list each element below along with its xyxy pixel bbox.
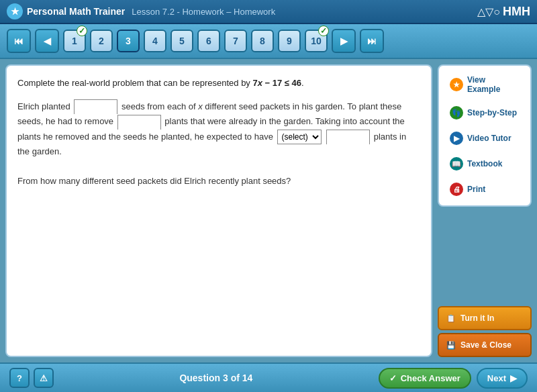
- check-icon: ✓: [389, 373, 397, 383]
- turn-it-in-label: Turn it In: [460, 313, 494, 323]
- comparison-select[interactable]: (select) ≤ ≥ at most at least: [277, 130, 322, 144]
- textbook-icon: 📖: [450, 157, 463, 170]
- turn-it-in-icon: 📋: [446, 313, 456, 324]
- view-example-label: View Example: [467, 75, 520, 94]
- body-text-1: Elrich planted: [17, 101, 72, 111]
- remove-input-wrapper[interactable]: [117, 115, 161, 130]
- main-content: Complete the real-world problem that can…: [0, 59, 537, 362]
- seeds-input[interactable]: [75, 101, 117, 114]
- next-label: Next: [487, 373, 506, 383]
- help-buttons: ? ⚠: [9, 368, 54, 388]
- navigation-bar: ⏮ ◀ 1 2 3 4 5 6 7 8 9 10 ▶ ⏭: [0, 24, 537, 59]
- rewind-button[interactable]: ⏮: [7, 29, 31, 53]
- textbook-label: Textbook: [467, 159, 502, 168]
- question-panel: Complete the real-world problem that can…: [5, 64, 432, 357]
- bottom-right-buttons: ✓ Check Answer Next ▶: [379, 368, 528, 389]
- question-instruction: Complete the real-world problem that can…: [17, 77, 420, 90]
- textbook-button[interactable]: 📖 Textbook: [444, 153, 525, 175]
- question-btn-8[interactable]: 8: [251, 30, 274, 52]
- bottom-bar: ? ⚠ Question 3 of 14 ✓ Check Answer Next…: [0, 362, 537, 392]
- sidebar-actions: 📋 Turn it In 💾 Save & Close: [438, 306, 532, 357]
- question-btn-6[interactable]: 6: [197, 30, 220, 52]
- save-close-icon: 💾: [446, 340, 456, 350]
- question-btn-1[interactable]: 1: [63, 30, 86, 52]
- app-title: Personal Math Trainer: [27, 6, 125, 17]
- step-by-step-label: Step-by-Step: [467, 108, 517, 117]
- question-btn-4[interactable]: 4: [144, 30, 166, 52]
- save-close-button[interactable]: 💾 Save & Close: [438, 333, 532, 357]
- print-label: Print: [467, 185, 485, 194]
- expected-input[interactable]: [327, 131, 369, 144]
- step-by-step-icon: 👣: [450, 106, 463, 119]
- question-mark-button[interactable]: ?: [9, 368, 30, 388]
- hmh-text: HMH: [503, 5, 530, 19]
- turn-it-in-button[interactable]: 📋 Turn it In: [438, 306, 532, 330]
- question-btn-7[interactable]: 7: [224, 30, 247, 52]
- hmh-branding: △▽○ HMH: [477, 5, 530, 19]
- lesson-title: Lesson 7.2 - Homework – Homework: [132, 7, 275, 17]
- select-wrapper[interactable]: (select) ≤ ≥ at most at least: [277, 130, 322, 144]
- forward-button[interactable]: ▶: [332, 29, 356, 53]
- warning-button[interactable]: ⚠: [34, 368, 54, 388]
- logo-icon: ★: [7, 3, 23, 19]
- remove-input[interactable]: [118, 116, 160, 130]
- header: ★ Personal Math Trainer Lesson 7.2 - Hom…: [0, 0, 537, 24]
- next-button[interactable]: Next ▶: [477, 368, 528, 389]
- print-icon: 🖨: [450, 183, 463, 196]
- video-tutor-button[interactable]: ▶ Video Tutor: [444, 128, 525, 149]
- question-btn-9[interactable]: 9: [278, 30, 301, 52]
- save-close-label: Save & Close: [460, 340, 511, 350]
- tools-panel: ★ View Example 👣 Step-by-Step ▶ Video Tu…: [438, 64, 532, 207]
- question-btn-2[interactable]: 2: [90, 30, 113, 52]
- back-button[interactable]: ◀: [35, 29, 59, 53]
- view-example-icon: ★: [450, 78, 463, 91]
- step-by-step-button[interactable]: 👣 Step-by-Step: [444, 102, 525, 124]
- next-icon: ▶: [510, 373, 517, 383]
- check-answer-button[interactable]: ✓ Check Answer: [379, 368, 471, 389]
- view-example-button[interactable]: ★ View Example: [444, 71, 525, 98]
- expected-input-wrapper[interactable]: [326, 130, 370, 144]
- question-counter: Question 3 of 14: [54, 373, 379, 383]
- seeds-input-wrapper[interactable]: [74, 99, 117, 114]
- print-button[interactable]: 🖨 Print: [444, 179, 525, 200]
- fastforward-button[interactable]: ⏭: [360, 29, 384, 53]
- question-btn-10[interactable]: 10: [305, 30, 328, 52]
- header-logo: ★ Personal Math Trainer: [7, 3, 125, 19]
- video-tutor-icon: ▶: [450, 132, 463, 145]
- question-mark-label: ?: [17, 373, 22, 383]
- question-btn-3[interactable]: 3: [117, 30, 140, 52]
- body-question: From how many different seed packets did…: [17, 176, 291, 186]
- sidebar: ★ View Example 👣 Step-by-Step ▶ Video Tu…: [438, 64, 532, 357]
- warning-icon: ⚠: [40, 373, 48, 383]
- check-answer-label: Check Answer: [401, 373, 460, 383]
- question-body: Elrich planted seeds from each of x diff…: [17, 99, 420, 189]
- hmh-icons: △▽○: [477, 5, 500, 18]
- question-btn-5[interactable]: 5: [170, 30, 193, 52]
- video-tutor-label: Video Tutor: [467, 134, 511, 143]
